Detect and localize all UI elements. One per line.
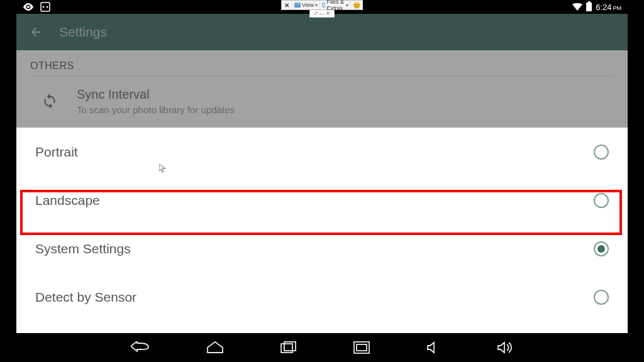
nav-screenshot-button[interactable] xyxy=(353,341,370,354)
smile-icon: 😊 xyxy=(351,1,363,9)
nav-volume-down-button[interactable] xyxy=(426,341,440,354)
close-icon[interactable]: ✕ xyxy=(282,1,292,9)
sync-icon xyxy=(42,93,58,109)
option-label: Detect by Sensor xyxy=(35,290,136,305)
battery-icon xyxy=(586,3,592,11)
option-label: System Settings xyxy=(35,241,131,256)
radio-button[interactable] xyxy=(594,290,609,305)
nav-recent-button[interactable] xyxy=(280,341,297,354)
option-label: Portrait xyxy=(35,145,78,160)
option-detect-by-sensor[interactable]: Detect by Sensor xyxy=(16,273,628,321)
app-bar: Settings xyxy=(16,14,628,50)
nav-volume-up-button[interactable] xyxy=(497,341,513,354)
view-menu[interactable]: View▾ xyxy=(292,1,320,9)
option-landscape[interactable]: Landscape xyxy=(16,176,628,224)
android-nav-bar xyxy=(16,333,628,362)
option-label: Landscape xyxy=(35,193,100,208)
radio-button[interactable] xyxy=(594,193,609,208)
nav-home-button[interactable] xyxy=(206,341,224,354)
radio-button-selected[interactable] xyxy=(594,241,609,256)
option-system-settings[interactable]: System Settings xyxy=(16,224,628,273)
eye-icon xyxy=(23,3,34,11)
sync-interval-title: Sync Interval xyxy=(77,87,235,102)
svg-point-0 xyxy=(27,6,30,8)
svg-rect-2 xyxy=(281,344,292,353)
files-extras-menu[interactable]: Files & Extras▾ xyxy=(320,1,351,9)
wifi-icon xyxy=(572,3,582,11)
status-clock: 6:24PM xyxy=(596,3,621,12)
radio-button[interactable] xyxy=(594,145,609,160)
orientation-options-list: Portrait Landscape System Settings Detec… xyxy=(16,128,628,333)
remote-control-toolbar[interactable]: ✕ View▾ Files & Extras▾ 😊 ⤢ — ✕ xyxy=(281,0,363,18)
sync-interval-subtitle: To scan your photo library for updates xyxy=(77,104,235,115)
page-title: Settings xyxy=(59,25,107,40)
nav-back-button[interactable] xyxy=(131,341,150,354)
option-portrait[interactable]: Portrait xyxy=(16,128,628,176)
sync-interval-row[interactable]: Sync Interval To scan your photo library… xyxy=(16,76,628,128)
section-header-others: OTHERS xyxy=(16,50,628,75)
dimmed-background: Settings OTHERS Sync Interval To scan yo… xyxy=(16,14,628,128)
svg-rect-3 xyxy=(284,342,296,351)
back-arrow-icon[interactable] xyxy=(29,25,43,39)
svg-rect-5 xyxy=(357,344,367,351)
teamviewer-icon xyxy=(40,2,50,12)
